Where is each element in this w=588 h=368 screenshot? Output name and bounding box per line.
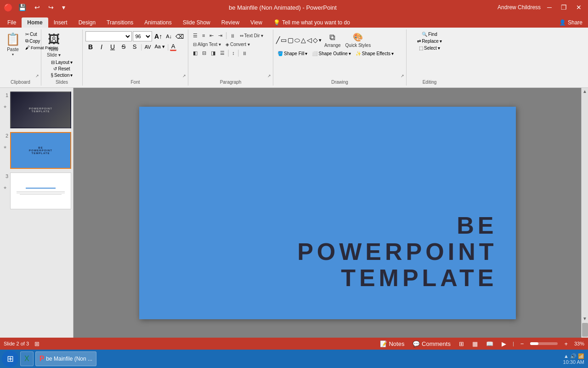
reading-view-button[interactable]: 📖 <box>484 339 495 348</box>
fit-slide-button[interactable]: ⊞ <box>33 339 41 348</box>
taskbar-excel[interactable]: X <box>20 351 34 366</box>
scroll-up-button[interactable]: ▲ <box>582 88 588 95</box>
slide-sorter-button[interactable]: ⊞ <box>457 339 466 348</box>
tab-home[interactable]: Home <box>22 17 48 28</box>
font-size-select[interactable]: 96 <box>133 31 152 41</box>
bold-button[interactable]: B <box>85 43 96 51</box>
undo-button[interactable]: ↩ <box>32 3 43 12</box>
align-text-button[interactable]: ⊟ Align Text ▾ <box>191 41 223 48</box>
new-slide-button[interactable]: 🖼 New Slide ▾ <box>44 31 63 58</box>
tab-design[interactable]: Design <box>73 17 101 28</box>
char-spacing-button[interactable]: AV <box>143 44 153 50</box>
font-name-select[interactable] <box>85 31 132 41</box>
section-icon: § <box>51 73 54 78</box>
align-left-button[interactable]: ◧ <box>191 49 199 57</box>
font-group: 96 A↑ A↓ ⌫ B I U S S | AV Aa ▾ | A Font … <box>83 29 188 86</box>
editing-label: Editing <box>407 80 452 85</box>
comments-button[interactable]: 💬 Comments <box>411 339 452 348</box>
slide-thumb-3[interactable] <box>10 172 71 209</box>
align-center-button[interactable]: ⊟ <box>200 49 208 57</box>
drawing-label: Drawing <box>273 80 406 85</box>
slides-label: Slides <box>41 80 82 85</box>
section-button[interactable]: § Section ▾ <box>50 72 74 78</box>
text-direction-icon: ⇔ <box>240 33 243 38</box>
change-case-button[interactable]: Aa ▾ <box>153 43 167 50</box>
decrease-indent-button[interactable]: ⇤ <box>208 32 215 40</box>
bullets-button[interactable]: ☰ <box>191 32 199 40</box>
decrease-indent-icon: ⇤ <box>209 33 214 39</box>
tab-slideshow[interactable]: Slide Show <box>177 17 216 28</box>
shape-more-icon[interactable]: ▾ <box>319 37 322 43</box>
shape-effects-button[interactable]: ✨ Shape Effects ▾ <box>354 51 395 57</box>
drawing-expand-button[interactable]: ↗ <box>400 73 405 79</box>
paste-button[interactable]: 📋 Paste ▾ <box>3 31 23 58</box>
share-button[interactable]: 👤 Share <box>554 17 588 28</box>
clear-format-button[interactable]: ⌫ <box>174 33 185 40</box>
cut-icon: ✂ <box>25 32 29 37</box>
columns-2-button[interactable]: ⫼ <box>240 49 249 57</box>
slide-item-3[interactable]: 3 ★ <box>2 172 71 209</box>
right-scrollbar[interactable]: ▲ ▼ <box>581 88 588 338</box>
scroll-down-button[interactable]: ▼ <box>582 315 588 322</box>
increase-indent-button[interactable]: ⇥ <box>216 32 224 40</box>
decrease-font-button[interactable]: A↓ <box>164 33 173 40</box>
arrange-button[interactable]: ⧉ Arrange <box>322 32 343 49</box>
start-button[interactable]: ⊞ <box>2 351 18 367</box>
shape-fill-button[interactable]: 🪣 Shape Fill ▾ <box>276 51 309 57</box>
save-titlebar-button[interactable]: 💾 <box>16 3 29 12</box>
paragraph-expand-button[interactable]: ↗ <box>266 73 272 79</box>
select-button[interactable]: ⬚ Select ▾ <box>418 45 441 51</box>
slide-canvas[interactable]: BE POWERPOINT TEMPLATE <box>139 107 516 319</box>
zoom-slider[interactable] <box>530 342 558 345</box>
reset-button[interactable]: ↺ Reset <box>52 66 71 72</box>
notes-button[interactable]: 📝 Notes <box>378 339 407 348</box>
justify-button[interactable]: ☰ <box>218 49 226 57</box>
close-button[interactable]: ✕ <box>573 3 584 12</box>
align-right-button[interactable]: ◨ <box>209 49 217 57</box>
restore-button[interactable]: ❐ <box>558 3 570 12</box>
font-color-button[interactable]: A <box>170 42 177 51</box>
slide-item-1[interactable]: 1 ★ POWERPOINTTEMPLATE <box>2 92 71 128</box>
shape-outline-button[interactable]: ⬜ Shape Outline ▾ <box>311 51 352 57</box>
shadow-button[interactable]: S <box>130 43 140 51</box>
line-spacing-button[interactable]: ↕ <box>230 49 237 57</box>
find-button[interactable]: 🔍 Find <box>420 31 438 37</box>
tab-insert[interactable]: Insert <box>48 17 73 28</box>
redo-button[interactable]: ↪ <box>45 3 57 12</box>
zoom-in-button[interactable]: + <box>562 339 570 348</box>
convert-smartart-button[interactable]: ◈ Convert ▾ <box>224 41 252 48</box>
scrollbar-thumb[interactable] <box>582 323 588 337</box>
quick-styles-button[interactable]: 🎨 Quick Styles <box>344 31 373 49</box>
slide-thumb-2[interactable]: BEPOWERPOINTTEMPLATE <box>10 132 71 169</box>
slideshow-button[interactable]: ▶ <box>500 339 508 348</box>
tab-view[interactable]: View <box>245 17 268 28</box>
increase-font-button[interactable]: A↑ <box>153 32 164 40</box>
font-expand-button[interactable]: ↗ <box>181 73 187 79</box>
strikethrough-button[interactable]: S <box>119 43 129 51</box>
replace-button[interactable]: ⇄ Replace ▾ <box>416 38 443 44</box>
tab-animations[interactable]: Animations <box>139 17 177 28</box>
slide-thumb-1[interactable]: POWERPOINTTEMPLATE <box>10 92 71 128</box>
zoom-out-button[interactable]: − <box>519 339 526 348</box>
shape-effects-icon: ✨ <box>356 51 361 56</box>
numbering-button[interactable]: ≡ <box>200 32 207 39</box>
title-line2: POWERPOINT <box>297 239 497 265</box>
minimize-button[interactable]: ─ <box>544 3 554 12</box>
tab-review[interactable]: Review <box>216 17 245 28</box>
tab-tellme[interactable]: 💡 Tell me what you want to do <box>268 17 356 28</box>
text-direction-button[interactable]: ⇔ Text Dir ▾ <box>238 32 266 39</box>
underline-button[interactable]: U <box>107 43 118 51</box>
slide-panel: 1 ★ POWERPOINTTEMPLATE 2 ★ BEPOWERPOINTT… <box>0 88 74 338</box>
layout-button[interactable]: ⊟ Layout ▾ <box>50 59 74 65</box>
tab-file[interactable]: File <box>2 17 22 28</box>
italic-button[interactable]: I <box>96 43 107 51</box>
tab-transitions[interactable]: Transitions <box>101 17 139 28</box>
lightbulb-icon: 💡 <box>273 19 280 26</box>
normal-view-button[interactable]: ▦ <box>470 339 480 348</box>
clipboard-expand-button[interactable]: ↗ <box>34 73 40 79</box>
columns-button[interactable]: ⫼ <box>228 32 237 39</box>
customize-button[interactable]: ▾ <box>59 3 68 12</box>
taskbar-powerpoint[interactable]: P be Mainfile (Non ... <box>35 351 96 366</box>
slide-item-2[interactable]: 2 ★ BEPOWERPOINTTEMPLATE <box>2 132 71 169</box>
shape-oval-icon: ⬭ <box>294 36 300 44</box>
